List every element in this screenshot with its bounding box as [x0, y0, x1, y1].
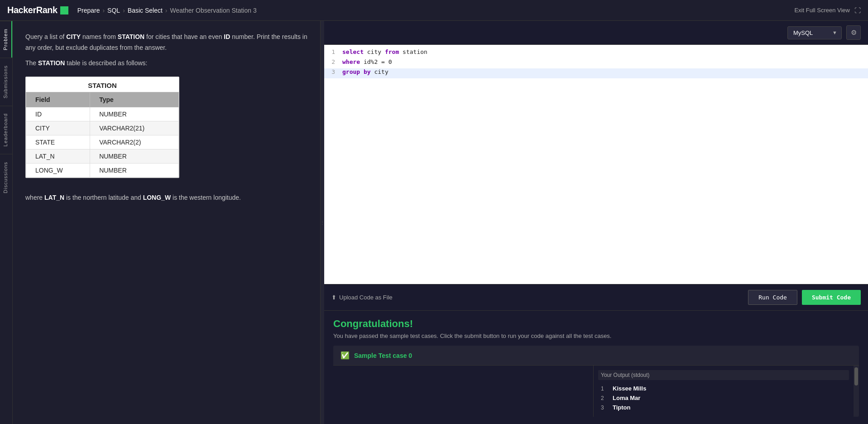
- breadcrumb-basic-select[interactable]: Basic Select: [128, 7, 163, 14]
- test-case-input: [333, 366, 594, 417]
- upload-code-button[interactable]: ⬆ Upload Code as File: [331, 294, 393, 301]
- code-line-1: 1 select city from station: [324, 48, 868, 58]
- congrats-title: Congratulations!: [333, 318, 859, 330]
- topnav-right: Exit Full Screen View ⛶: [794, 7, 861, 14]
- output-header: Your Output (stdout): [598, 370, 849, 380]
- check-icon: ✅: [340, 351, 350, 360]
- code-lines: 1 select city from station 2 where id%2 …: [324, 45, 868, 82]
- brand-logo-box: [60, 6, 68, 14]
- table-cell: LONG_W: [26, 164, 90, 178]
- congrats-text: You have passed the sample test cases. C…: [333, 332, 859, 339]
- side-tabs: Problem Submissions Leaderboard Discussi…: [0, 21, 13, 424]
- col-type: Type: [90, 92, 179, 107]
- table-row: LAT_NNUMBER: [26, 149, 179, 164]
- table-cell: LAT_N: [26, 149, 90, 164]
- brand-name: HackerRank: [7, 5, 58, 15]
- table-cell: ID: [26, 107, 90, 121]
- test-case-output: Your Output (stdout) 1Kissee Mills2Loma …: [594, 366, 854, 417]
- sidebar-item-problem[interactable]: Problem: [0, 21, 12, 58]
- line-content-3[interactable]: group by city: [342, 68, 868, 75]
- table-row: STATEVARCHAR2(2): [26, 135, 179, 149]
- code-line-3: 3 group by city: [324, 68, 868, 78]
- test-case-header: ✅ Sample Test case 0: [333, 346, 859, 366]
- gear-icon: ⚙: [851, 29, 857, 37]
- problem-description: Query a list of CITY names from STATION …: [25, 32, 307, 53]
- panel-divider[interactable]: ⋮: [321, 21, 324, 424]
- table-row: LONG_WNUMBER: [26, 164, 179, 178]
- breadcrumb-sep2: ›: [123, 7, 125, 14]
- line-content-2[interactable]: where id%2 = 0: [342, 58, 868, 65]
- table-cell: VARCHAR2(21): [90, 121, 179, 135]
- output-row-num: 1: [601, 385, 608, 392]
- line-number-2: 2: [324, 58, 342, 65]
- breadcrumb-sql[interactable]: SQL: [107, 7, 120, 14]
- table-cell: NUMBER: [90, 107, 179, 121]
- table-cell: STATE: [26, 135, 90, 149]
- brand: HackerRank: [7, 5, 68, 15]
- code-editor[interactable]: 1 select city from station 2 where id%2 …: [324, 45, 868, 284]
- run-code-button[interactable]: Run Code: [748, 290, 797, 305]
- submit-code-button[interactable]: Submit Code: [802, 290, 861, 305]
- col-field: Field: [26, 92, 90, 107]
- settings-button[interactable]: ⚙: [846, 25, 861, 40]
- output-panel: Congratulations! You have passed the sam…: [324, 311, 868, 424]
- output-row-num: 3: [601, 405, 608, 411]
- upload-label: Upload Code as File: [339, 294, 393, 301]
- table-row: IDNUMBER: [26, 107, 179, 121]
- station-table-container: STATION Field Type IDNUMBERCITYVARCHAR2(…: [25, 77, 179, 178]
- station-table: Field Type IDNUMBERCITYVARCHAR2(21)STATE…: [26, 92, 179, 178]
- exit-fullscreen-button[interactable]: Exit Full Screen View: [794, 7, 850, 14]
- output-row-value: Kissee Mills: [613, 385, 646, 392]
- main-layout: Problem Submissions Leaderboard Discussi…: [0, 21, 868, 424]
- table-row: CITYVARCHAR2(21): [26, 121, 179, 135]
- station-table-title: STATION: [26, 77, 179, 92]
- breadcrumb-prepare[interactable]: Prepare: [77, 7, 100, 14]
- table-cell: CITY: [26, 121, 90, 135]
- table-cell: NUMBER: [90, 164, 179, 178]
- test-case-label: Sample Test case 0: [354, 352, 412, 359]
- problem-panel: Query a list of CITY names from STATION …: [13, 21, 321, 424]
- line-number-1: 1: [324, 48, 342, 55]
- table-cell: NUMBER: [90, 149, 179, 164]
- test-case-body: Your Output (stdout) 1Kissee Mills2Loma …: [333, 366, 859, 417]
- test-case-box: ✅ Sample Test case 0 Your Output (stdout…: [333, 346, 859, 417]
- output-row: 2Loma Mar: [598, 393, 849, 403]
- problem-footer: where LAT_N is the northern latitude and…: [25, 193, 307, 203]
- output-rows: 1Kissee Mills2Loma Mar3Tipton: [598, 384, 849, 412]
- code-panel: MySQL Oracle DB2 TSQL ▼ ⚙ 1 select city …: [324, 21, 868, 424]
- language-select[interactable]: MySQL Oracle DB2 TSQL: [787, 26, 842, 39]
- breadcrumb-sep1: ›: [102, 7, 105, 14]
- editor-toolbar: ⬆ Upload Code as File Run Code Submit Co…: [324, 284, 868, 311]
- topnav: HackerRank Prepare › SQL › Basic Select …: [0, 0, 868, 21]
- code-line-2: 2 where id%2 = 0: [324, 58, 868, 68]
- output-row-num: 2: [601, 395, 608, 401]
- line-content-1[interactable]: select city from station: [342, 48, 868, 55]
- language-select-wrapper: MySQL Oracle DB2 TSQL ▼: [787, 26, 842, 39]
- sidebar-item-discussions[interactable]: Discussions: [0, 154, 12, 201]
- output-scrollbar[interactable]: [854, 366, 859, 417]
- breadcrumb-problem: Weather Observation Station 3: [170, 7, 257, 14]
- output-row: 3Tipton: [598, 403, 849, 412]
- fullscreen-icon: ⛶: [854, 7, 861, 14]
- table-cell: VARCHAR2(2): [90, 135, 179, 149]
- problem-table-intro: The STATION table is described as follow…: [25, 58, 307, 69]
- breadcrumb-sep3: ›: [165, 7, 168, 14]
- output-row: 1Kissee Mills: [598, 384, 849, 393]
- line-number-3: 3: [324, 68, 342, 75]
- breadcrumb: Prepare › SQL › Basic Select › Weather O…: [77, 7, 257, 14]
- toolbar-right: Run Code Submit Code: [748, 290, 861, 305]
- upload-icon: ⬆: [331, 294, 336, 301]
- output-row-value: Tipton: [613, 404, 630, 411]
- sidebar-item-submissions[interactable]: Submissions: [0, 58, 12, 106]
- sidebar-item-leaderboard[interactable]: Leaderboard: [0, 106, 12, 154]
- output-row-value: Loma Mar: [613, 395, 640, 401]
- editor-header: MySQL Oracle DB2 TSQL ▼ ⚙: [324, 21, 868, 45]
- scrollbar-thumb: [854, 367, 858, 385]
